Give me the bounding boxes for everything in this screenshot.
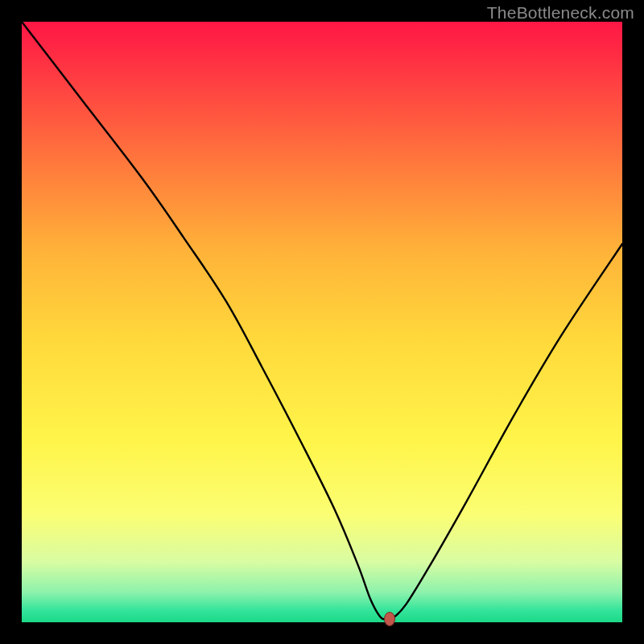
watermark-text: TheBottleneck.com — [487, 3, 634, 23]
chart-markers — [22, 22, 622, 622]
chart-plot-area — [22, 22, 622, 622]
optimal-point — [384, 612, 395, 626]
